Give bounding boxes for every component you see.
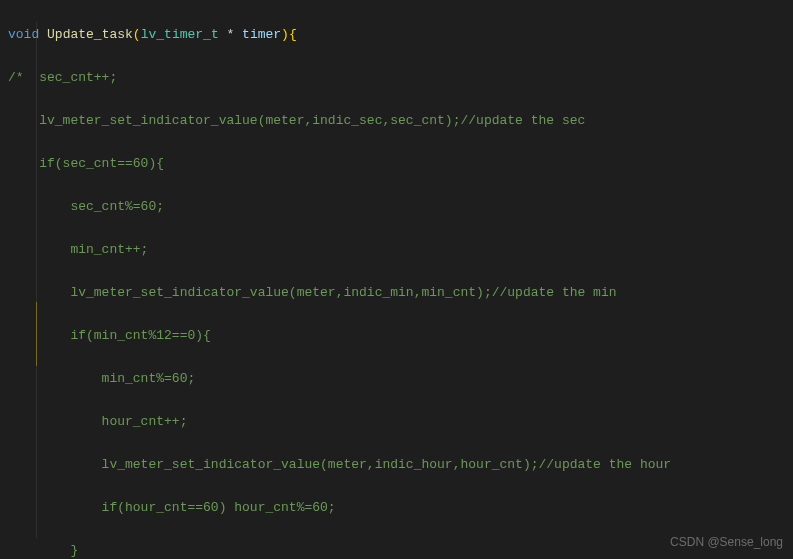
code-line: lv_meter_set_indicator_value(meter,indic… [8,110,785,132]
code-line: lv_meter_set_indicator_value(meter,indic… [8,282,785,304]
code-line: lv_meter_set_indicator_value(meter,indic… [8,454,785,476]
code-line: if(hour_cnt==60) hour_cnt%=60; [8,497,785,519]
code-line: void Update_task(lv_timer_t * timer){ [8,24,785,46]
code-line: } [8,540,785,560]
code-editor-content[interactable]: void Update_task(lv_timer_t * timer){ /*… [0,0,793,559]
code-line: hour_cnt++; [8,411,785,433]
code-line: min_cnt%=60; [8,368,785,390]
code-line: if(min_cnt%12==0){ [8,325,785,347]
code-line: min_cnt++; [8,239,785,261]
code-line: /* sec_cnt++; [8,67,785,89]
code-line: sec_cnt%=60; [8,196,785,218]
code-line: if(sec_cnt==60){ [8,153,785,175]
